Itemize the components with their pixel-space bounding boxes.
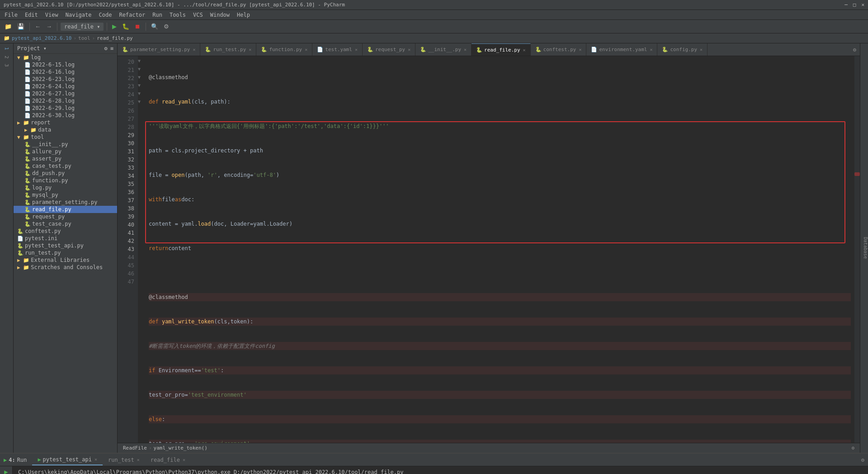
toolbar-open-btn[interactable]: 📁 xyxy=(3,22,14,31)
breadcrumb-project[interactable]: pytest_api_2022.6.10 xyxy=(12,35,71,41)
tab-close-init[interactable]: ✕ xyxy=(464,47,467,52)
maximize-btn[interactable]: □ xyxy=(853,2,856,8)
tab-conftest[interactable]: 🐍 conftest.py ✕ xyxy=(531,43,587,56)
code-breadcrumb-method[interactable]: yaml_write_token() xyxy=(154,445,208,451)
tree-log-2022-6-30[interactable]: 📄 2022-6-30.log xyxy=(14,112,117,119)
menu-vcs[interactable]: VCS xyxy=(190,11,206,19)
tab-close-conftest[interactable]: ✕ xyxy=(579,47,581,52)
tree-request-py[interactable]: 🐍 request_py xyxy=(14,213,117,220)
tree-function-py[interactable]: 🐍 function.py xyxy=(14,177,117,184)
tree-scratches[interactable]: ▶ 📁 Scratches and Consoles xyxy=(14,264,117,271)
tree-log-2022-6-28[interactable]: 📄 2022-6-28.log xyxy=(14,97,117,104)
tab-run-test[interactable]: 🐍 run_test.py ✕ xyxy=(200,43,256,56)
tab-parameter-setting[interactable]: 🐍 parameter_setting.py ✕ xyxy=(118,43,200,56)
tree-pytest-test-api-py[interactable]: 🐍 pytest_test_api.py xyxy=(14,242,117,249)
debug-button[interactable]: 🐛 xyxy=(120,22,131,31)
project-tool-btn[interactable]: 1 xyxy=(2,45,11,52)
menu-code[interactable]: Code xyxy=(96,11,115,19)
tree-log-2022-6-24[interactable]: 📄 2022-6-24.log xyxy=(14,83,117,90)
tree-log-2022-6-16[interactable]: 📄 2022-6-16.log xyxy=(14,68,117,76)
tab-read-file[interactable]: 🐍 read_file.py ✕ xyxy=(472,43,531,56)
toolbar-back-btn[interactable]: ← xyxy=(33,22,42,31)
right-rail-db[interactable]: Database xyxy=(863,237,868,259)
tree-log-2022-6-27[interactable]: 📄 2022-6-27.log xyxy=(14,90,117,97)
menu-file[interactable]: File xyxy=(2,11,20,19)
tab-close-read-file[interactable]: ✕ xyxy=(523,47,526,52)
run-panel-settings[interactable]: ⚙ xyxy=(861,457,864,463)
run-btn[interactable]: ▶ xyxy=(4,468,8,474)
minimize-btn[interactable]: ─ xyxy=(844,2,848,8)
tab-close-request[interactable]: ✕ xyxy=(408,47,410,52)
tree-case-test-py[interactable]: 🐍 case_test.py xyxy=(14,162,117,170)
tab-init-py[interactable]: 🐍 __init__.py ✕ xyxy=(415,43,472,56)
tree-log-folder[interactable]: ▼ 📁 log xyxy=(14,54,117,61)
menu-run[interactable]: Run xyxy=(150,11,165,19)
search-everywhere-btn[interactable]: 🔍 xyxy=(149,22,160,31)
tree-assert-py[interactable]: 🐍 assert_py xyxy=(14,155,117,162)
tab-close-function[interactable]: ✕ xyxy=(305,47,307,52)
close-read-file-tab[interactable]: ✕ xyxy=(183,457,185,462)
code-breadcrumb-class[interactable]: ReadFile xyxy=(123,445,147,451)
tab-config-py[interactable]: 🐍 config.py ✕ xyxy=(657,43,708,56)
scrollbar-minimap[interactable] xyxy=(854,56,860,443)
menu-window[interactable]: Window xyxy=(208,11,232,19)
favorites-btn[interactable]: 3 xyxy=(2,62,11,69)
tree-dd-push-py[interactable]: 🐍 dd_push.py xyxy=(14,170,117,177)
tree-report-folder[interactable]: ▶ 📁 report xyxy=(14,119,117,126)
run-sub-tab-pytest[interactable]: ▶ pytest_test_api ✕ xyxy=(32,455,103,465)
close-run-tab[interactable]: ✕ xyxy=(94,457,97,462)
tab-close-env-yaml[interactable]: ✕ xyxy=(650,47,652,52)
settings-btn[interactable]: ⚙ xyxy=(162,22,171,31)
tab-request-py[interactable]: 🐍 request_py ✕ xyxy=(363,43,415,56)
tab-close-run-test[interactable]: ✕ xyxy=(249,47,251,52)
tree-test-case-py[interactable]: 🐍 test_case.py xyxy=(14,220,117,228)
run-sub-tab-read-file[interactable]: read_file ✕ xyxy=(145,455,191,465)
menu-edit[interactable]: Edit xyxy=(22,11,41,19)
tree-run-test-py[interactable]: 🐍 run_test.py xyxy=(14,249,117,256)
run-sub-tab-run-test[interactable]: run_test ✕ xyxy=(103,455,145,465)
tree-read-file-py[interactable]: 🐍 read_file.py xyxy=(14,206,117,213)
code-editor[interactable]: 20 21 22 23 24 25 26 27 28 29 30 31 32 3… xyxy=(118,56,860,443)
stop-button[interactable]: ⏹ xyxy=(133,22,142,31)
tree-log-2022-6-23[interactable]: 📄 2022-6-23.log xyxy=(14,76,117,83)
tree-pytest-ini[interactable]: 📄 pytest.ini xyxy=(14,235,117,242)
tree-tool-folder[interactable]: ▼ 📁 tool xyxy=(14,133,117,141)
tab-close-config[interactable]: ✕ xyxy=(700,47,703,52)
breadcrumb-tool[interactable]: tool xyxy=(78,35,90,41)
menu-refactor[interactable]: Refactor xyxy=(116,11,148,19)
sidebar-options[interactable]: ≡ xyxy=(110,45,113,52)
tree-mysql-py[interactable]: 🐍 mysql_py xyxy=(14,191,117,199)
tree-init-py[interactable]: 🐍 __init__.py xyxy=(14,141,117,148)
menu-view[interactable]: View xyxy=(42,11,61,19)
breadcrumb-icon: 📁 xyxy=(4,35,10,41)
close-btn[interactable]: ✕ xyxy=(861,2,864,8)
sidebar-gear[interactable]: ⚙ xyxy=(104,45,108,52)
tab-close-parameter[interactable]: ✕ xyxy=(193,47,195,52)
toolbar-save-btn[interactable]: 💾 xyxy=(15,22,26,31)
tree-data-folder[interactable]: ▶ 📁 data xyxy=(14,126,117,133)
tree-log-2022-6-29[interactable]: 📄 2022-6-29.log xyxy=(14,104,117,112)
structure-btn[interactable]: 2 xyxy=(2,54,11,61)
tree-conftest-py[interactable]: 🐍 conftest.py xyxy=(14,228,117,235)
toolbar-forward-btn[interactable]: → xyxy=(44,22,54,31)
tab-close-test-yaml[interactable]: ✕ xyxy=(355,47,358,52)
tree-external-libs[interactable]: ▶ 📁 External Libraries xyxy=(14,256,117,264)
run-button[interactable]: ▶ xyxy=(110,22,118,31)
tab-function[interactable]: 🐍 function.py ✕ xyxy=(256,43,312,56)
tree-allure-py[interactable]: 🐍 allure_py xyxy=(14,148,117,155)
tree-parameter-setting-py[interactable]: 🐍 parameter_setting.py xyxy=(14,199,117,206)
menu-tools[interactable]: Tools xyxy=(167,11,189,19)
tree-log-py[interactable]: 🐍 log.py xyxy=(14,184,117,191)
breadcrumb-file[interactable]: read_file.py xyxy=(97,35,132,41)
run-panel-body: ▶ ▲ ▼ ↵ ⚙ ⏹ C:\Users\keking\AppData\Loca… xyxy=(0,466,868,474)
menu-navigate[interactable]: Navigate xyxy=(63,11,94,19)
menu-help[interactable]: Help xyxy=(234,11,253,19)
tab-test-yaml[interactable]: 📄 test.yaml ✕ xyxy=(312,43,363,56)
code-content[interactable]: @classmethod def read_yaml(cls, path): '… xyxy=(145,56,854,443)
tab-environment-yaml[interactable]: 📄 environment.yaml ✕ xyxy=(586,43,657,56)
tree-log-2022-6-15[interactable]: 📄 2022-6-15.log xyxy=(14,61,117,68)
editor-settings-btn[interactable]: ⚙ xyxy=(851,445,854,451)
close-run-test-tab[interactable]: ✕ xyxy=(137,457,140,462)
tab-options-btn[interactable]: ⚙ xyxy=(853,47,856,53)
run-config-label[interactable]: read_file ▾ xyxy=(61,23,104,31)
